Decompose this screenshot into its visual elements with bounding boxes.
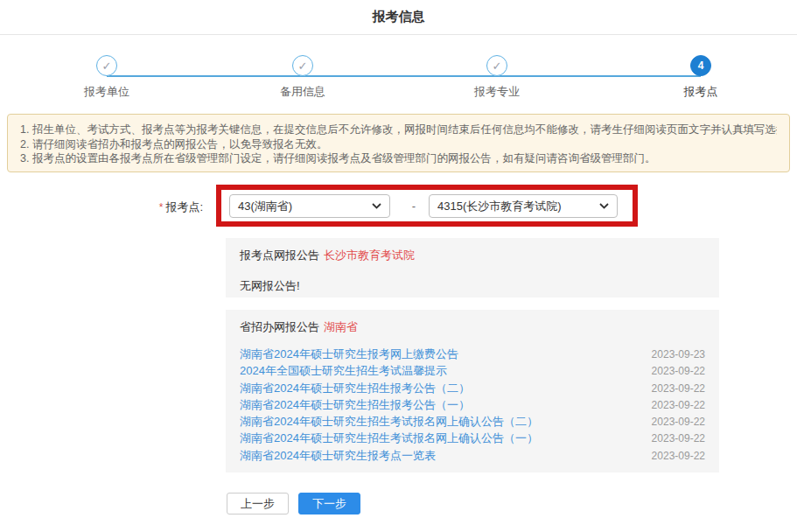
application-info-page: 报考信息 ✓ 报考单位 ✓ 备用信息 ✓ 报考专业 4 报考点 1. 招生单位、… (0, 0, 797, 532)
announcement-link[interactable]: 湖南省2024年硕士研究生报考网上缴费公告 (240, 346, 458, 362)
required-asterisk: * (159, 201, 164, 214)
announcement-date: 2023-09-22 (652, 432, 705, 444)
exam-site-select-value: 4315(长沙市教育考试院) (437, 199, 562, 214)
announcement-row: 湖南省2024年硕士研究生招生报考公告（一）2023-09-22 (240, 397, 705, 414)
announcement-row: 湖南省2024年硕士研究生报考点一览表2023-09-22 (240, 448, 705, 465)
announcement-link[interactable]: 湖南省2024年硕士研究生报考点一览表 (240, 448, 436, 464)
stepper-connector-line (107, 75, 701, 77)
exam-site-select[interactable]: 4315(长沙市教育考试院) (429, 194, 618, 218)
announcement-date: 2023-09-22 (652, 365, 705, 377)
province-entity-name: 湖南省 (324, 320, 358, 333)
notice-line: 3. 报考点的设置由各报考点所在省级管理部门设定，请仔细阅读报考点及省级管理部门… (20, 151, 777, 166)
panel-title-text: 报考点网报公告 (240, 248, 319, 262)
stepper-step-exam-site: 4 报考点 (648, 55, 753, 100)
panel-title: 省招办网报公告湖南省 (240, 319, 705, 335)
step-progress-bar: ✓ 报考单位 ✓ 备用信息 ✓ 报考专业 4 报考点 (0, 36, 797, 110)
step-label: 报考点 (684, 84, 718, 100)
announcement-date: 2023-09-22 (652, 450, 705, 462)
exam-site-notice-panel: 报考点网报公告长沙市教育考试院 无网报公告! (226, 238, 719, 298)
notice-line: 2. 请仔细阅读省招办和报考点的网报公告，以免导致报名无效。 (20, 137, 777, 152)
page-title: 报考信息 (0, 0, 797, 33)
announcement-date: 2023-09-22 (652, 416, 705, 428)
panel-title-text: 省招办网报公告 (240, 320, 319, 333)
announcement-date: 2023-09-22 (652, 382, 705, 395)
prev-step-button[interactable]: 上一步 (227, 493, 289, 514)
no-announcement-text: 无网报公告! (240, 278, 705, 294)
announcement-row: 2024年全国硕士研究生招生考试温馨提示2023-09-22 (240, 363, 705, 380)
announcement-link[interactable]: 湖南省2024年硕士研究生招生考试报名网上确认公告（二） (240, 414, 538, 430)
chevron-down-icon (599, 203, 609, 209)
stepper-step-major: ✓ 报考专业 (444, 55, 549, 100)
announcement-link[interactable]: 湖南省2024年硕士研究生招生报考公告（一） (240, 397, 470, 413)
step-number-badge: 4 (690, 55, 711, 76)
announcement-link[interactable]: 湖南省2024年硕士研究生招生报考公告（二） (240, 381, 470, 396)
check-icon: ✓ (486, 55, 507, 76)
announcement-row: 湖南省2024年硕士研究生招生考试报名网上确认公告（一）2023-09-22 (240, 430, 705, 447)
chevron-down-icon (372, 203, 381, 209)
announcement-row: 湖南省2024年硕士研究生招生报考公告（二）2023-09-22 (240, 381, 705, 397)
announcement-list: 湖南省2024年硕士研究生报考网上缴费公告2023-09-232024年全国硕士… (240, 346, 705, 465)
stepper-step-application-unit: ✓ 报考单位 (54, 55, 159, 100)
field-label-text: 报考点: (165, 200, 203, 214)
exam-site-entity-name: 长沙市教育考试院 (324, 248, 415, 262)
stepper-step-backup-info: ✓ 备用信息 (250, 55, 355, 100)
next-step-button[interactable]: 下一步 (298, 493, 360, 514)
check-icon: ✓ (292, 55, 313, 76)
announcement-row: 湖南省2024年硕士研究生招生考试报名网上确认公告（二）2023-09-22 (240, 414, 705, 430)
panel-title: 报考点网报公告长沙市教育考试院 (240, 248, 705, 263)
step-label: 报考专业 (474, 84, 520, 100)
check-icon: ✓ (96, 55, 117, 76)
step-label: 报考单位 (84, 84, 129, 100)
wizard-footer: 上一步 下一步 (227, 493, 360, 514)
announcement-link[interactable]: 2024年全国硕士研究生招生考试温馨提示 (240, 363, 447, 379)
province-select[interactable]: 43(湖南省) (229, 194, 390, 218)
select-separator: - (404, 200, 423, 213)
province-select-value: 43(湖南省) (238, 199, 292, 214)
province-notice-panel: 省招办网报公告湖南省 湖南省2024年硕士研究生报考网上缴费公告2023-09-… (226, 310, 719, 472)
exam-site-field-label: *报考点: (0, 200, 203, 215)
announcement-date: 2023-09-22 (652, 399, 705, 411)
important-notice-box: 1. 招生单位、考试方式、报考点等为报考关键信息，在提交信息后不允许修改，网报时… (7, 114, 790, 172)
page-header: 报考信息 (0, 0, 797, 35)
announcement-row: 湖南省2024年硕士研究生报考网上缴费公告2023-09-23 (240, 346, 705, 363)
step-label: 备用信息 (280, 84, 325, 100)
announcement-date: 2023-09-23 (652, 348, 705, 360)
announcement-link[interactable]: 湖南省2024年硕士研究生招生考试报名网上确认公告（一） (240, 430, 538, 446)
notice-line: 1. 招生单位、考试方式、报考点等为报考关键信息，在提交信息后不允许修改，网报时… (20, 122, 777, 137)
